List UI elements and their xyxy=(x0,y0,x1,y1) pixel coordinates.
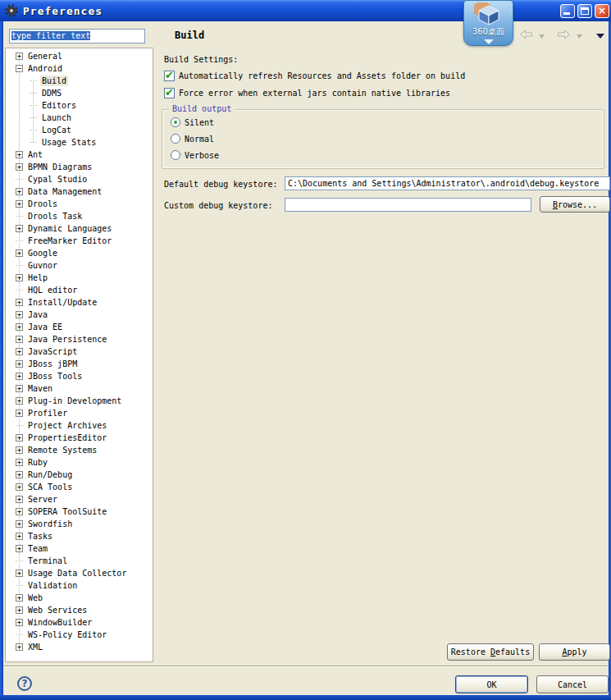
expand-plus-icon[interactable]: + xyxy=(16,373,23,380)
browse-button[interactable]: Browse... xyxy=(540,196,610,213)
tree-item-web[interactable]: +Web xyxy=(6,592,153,604)
tree-item-xml[interactable]: +XML xyxy=(6,641,153,653)
tree-item-propertieseditor[interactable]: +PropertiesEditor xyxy=(6,432,153,444)
expand-plus-icon[interactable]: + xyxy=(16,323,23,331)
expand-plus-icon[interactable]: + xyxy=(16,274,23,281)
tree-item-tasks[interactable]: +Tasks xyxy=(6,530,153,542)
tree-item-jboss-tools[interactable]: +JBoss Tools xyxy=(6,370,153,382)
expand-plus-icon[interactable]: + xyxy=(16,188,23,195)
expand-plus-icon[interactable]: + xyxy=(16,496,23,503)
expand-plus-icon[interactable]: + xyxy=(16,434,23,442)
expand-plus-icon[interactable]: + xyxy=(16,311,23,318)
minimize-button[interactable] xyxy=(560,4,575,18)
expand-plus-icon[interactable]: + xyxy=(16,533,23,540)
expand-plus-icon[interactable]: + xyxy=(16,409,23,417)
expand-plus-icon[interactable]: + xyxy=(16,545,23,552)
expand-plus-icon[interactable]: + xyxy=(16,385,23,392)
tree-item-javascript[interactable]: +JavaScript xyxy=(6,345,153,358)
expand-plus-icon[interactable]: + xyxy=(16,471,23,478)
tree-item-ruby[interactable]: +Ruby xyxy=(6,456,153,469)
tree-item-google[interactable]: +Google xyxy=(6,247,153,259)
widget-dropdown-icon[interactable] xyxy=(464,37,513,46)
tree-item-guvnor[interactable]: Guvnor xyxy=(6,259,153,272)
tree-item-java-ee[interactable]: +Java EE xyxy=(6,321,153,333)
expand-plus-icon[interactable]: + xyxy=(16,360,23,368)
tree-item-terminal[interactable]: Terminal xyxy=(6,555,153,567)
tree-item-dynamic-languages[interactable]: +Dynamic Languages xyxy=(6,222,153,235)
expand-plus-icon[interactable]: + xyxy=(16,459,23,466)
expand-plus-icon[interactable]: + xyxy=(16,348,23,355)
expand-plus-icon[interactable]: + xyxy=(16,200,23,208)
expand-plus-icon[interactable]: + xyxy=(16,594,23,602)
tree-item-usage-stats[interactable]: Usage Stats xyxy=(6,136,153,149)
expand-plus-icon[interactable]: + xyxy=(16,520,23,528)
maximize-button[interactable] xyxy=(577,4,592,18)
expand-plus-icon[interactable]: + xyxy=(16,643,23,651)
tree-item-freemarker-editor[interactable]: FreeMarker Editor xyxy=(6,235,153,247)
tree-item-cypal-studio[interactable]: Cypal Studio xyxy=(6,173,153,185)
forward-arrow-icon[interactable] xyxy=(557,30,571,41)
view-menu-icon[interactable] xyxy=(596,31,604,40)
checkbox[interactable]: ✔ xyxy=(164,71,175,81)
expand-plus-icon[interactable]: + xyxy=(16,163,23,171)
tree-item-team[interactable]: +Team xyxy=(6,542,153,555)
tree-item-bpmn-diagrams[interactable]: +BPMN Diagrams xyxy=(6,161,153,173)
radio-button[interactable] xyxy=(171,117,180,127)
custom-keystore-field[interactable] xyxy=(285,198,531,212)
tree-item-ws-policy-editor[interactable]: WS-Policy Editor xyxy=(6,629,153,641)
expand-plus-icon[interactable]: + xyxy=(16,619,23,626)
tree-item-drools-task[interactable]: Drools Task xyxy=(6,210,153,222)
cancel-button[interactable]: Cancel xyxy=(536,675,609,693)
restore-defaults-button[interactable]: Restore Defaults xyxy=(447,643,534,661)
expand-plus-icon[interactable]: + xyxy=(16,508,23,515)
tree-item-remote-systems[interactable]: +Remote Systems xyxy=(6,444,153,456)
tree-item-launch[interactable]: Launch xyxy=(6,112,153,124)
expand-plus-icon[interactable]: + xyxy=(16,249,23,257)
ok-button[interactable]: OK xyxy=(455,675,528,693)
tree-item-project-archives[interactable]: Project Archives xyxy=(6,419,153,432)
tree-item-editors[interactable]: Editors xyxy=(6,99,153,112)
tree-item-sopera-toolsuite[interactable]: +SOPERA ToolSuite xyxy=(6,506,153,518)
help-button[interactable]: ? xyxy=(17,676,32,691)
collapse-minus-icon[interactable]: − xyxy=(16,65,23,72)
apply-button[interactable]: Apply xyxy=(539,643,610,661)
tree-item-swordfish[interactable]: +Swordfish xyxy=(6,518,153,530)
expand-plus-icon[interactable]: + xyxy=(16,299,23,306)
tree-item-ddms[interactable]: DDMS xyxy=(6,87,153,99)
radio-button[interactable] xyxy=(171,150,180,160)
tree-item-logcat[interactable]: LogCat xyxy=(6,124,153,136)
back-arrow-icon[interactable] xyxy=(519,30,533,41)
radio-button[interactable] xyxy=(171,134,180,144)
expand-plus-icon[interactable]: + xyxy=(16,606,23,614)
expand-plus-icon[interactable]: + xyxy=(16,570,23,577)
expand-plus-icon[interactable]: + xyxy=(16,225,23,232)
tree-item-jboss-jbpm[interactable]: +JBoss jBPM xyxy=(6,358,153,370)
tree-item-server[interactable]: +Server xyxy=(6,493,153,506)
tree-item-ant[interactable]: +Ant xyxy=(6,149,153,161)
tree-item-help[interactable]: +Help xyxy=(6,272,153,284)
tree-item-validation[interactable]: Validation xyxy=(6,579,153,592)
expand-plus-icon[interactable]: + xyxy=(16,446,23,454)
expand-plus-icon[interactable]: + xyxy=(16,336,23,343)
titlebar[interactable]: Preferences xyxy=(0,0,611,21)
desktop-360-widget[interactable]: 360桌面 xyxy=(463,0,513,46)
tree-item-android[interactable]: −Android xyxy=(6,62,153,75)
tree-item-run-debug[interactable]: +Run/Debug xyxy=(6,469,153,481)
forward-dropdown-icon[interactable] xyxy=(577,31,582,40)
tree-item-web-services[interactable]: +Web Services xyxy=(6,604,153,616)
checkbox[interactable]: ✔ xyxy=(164,88,175,98)
filter-input[interactable]: type filter text xyxy=(9,29,145,43)
tree-item-java-persistence[interactable]: +Java Persistence xyxy=(6,333,153,345)
tree-item-general[interactable]: +General xyxy=(6,50,153,62)
tree-item-drools[interactable]: +Drools xyxy=(6,198,153,210)
tree-item-plug-in-development[interactable]: +Plug-in Development xyxy=(6,395,153,407)
tree-item-install-update[interactable]: +Install/Update xyxy=(6,296,153,309)
close-button[interactable]: × xyxy=(595,4,609,18)
expand-plus-icon[interactable]: + xyxy=(16,151,23,158)
back-dropdown-icon[interactable] xyxy=(539,31,545,40)
tree-item-profiler[interactable]: +Profiler xyxy=(6,407,153,419)
expand-plus-icon[interactable]: + xyxy=(16,483,23,491)
expand-plus-icon[interactable]: + xyxy=(16,397,23,405)
tree-item-windowbuilder[interactable]: +WindowBuilder xyxy=(6,616,153,629)
tree-item-java[interactable]: +Java xyxy=(6,309,153,321)
